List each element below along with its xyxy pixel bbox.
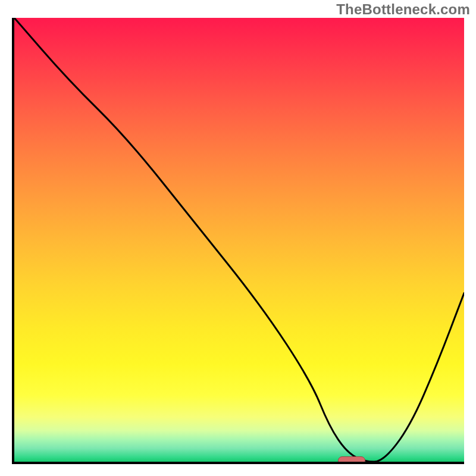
watermark-text: TheBottleneck.com xyxy=(336,1,470,18)
chart-container: TheBottleneck.com xyxy=(0,0,476,476)
bottleneck-curve xyxy=(14,18,464,462)
optimal-range-marker xyxy=(338,456,365,464)
plot-area xyxy=(12,18,464,464)
